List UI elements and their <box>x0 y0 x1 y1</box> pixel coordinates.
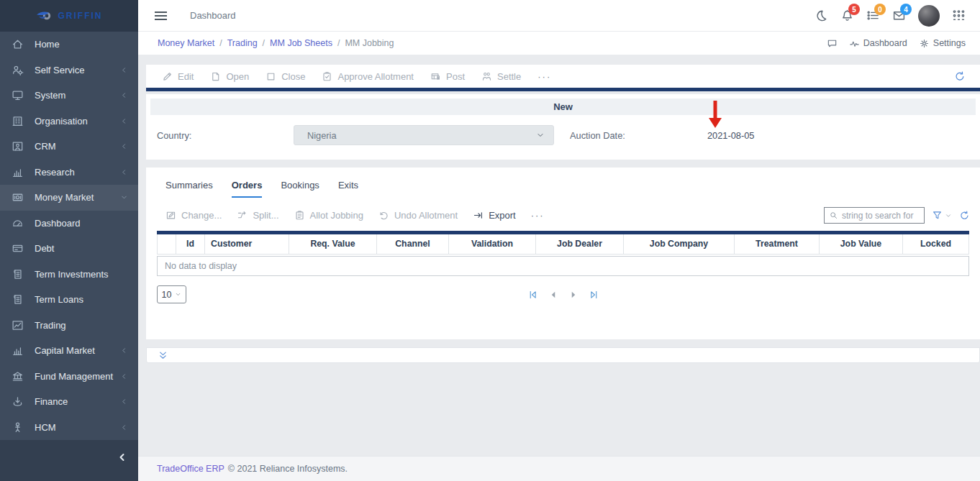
scroll-icon <box>12 268 24 280</box>
column-treatment[interactable]: Treatment <box>735 234 820 254</box>
tab-exits[interactable]: Exits <box>338 180 358 198</box>
quicklink-settings[interactable]: Settings <box>919 38 966 49</box>
post-button[interactable]: Post <box>430 71 465 82</box>
topbar: Dashboard 5 0 4 <box>138 0 980 32</box>
grid-toolbar: Change... Split... Allot Jobbing Undo Al… <box>155 198 971 231</box>
banknote-icon <box>12 191 24 203</box>
brand-logo[interactable]: GRIFFIN <box>0 0 138 32</box>
refresh-icon[interactable] <box>954 70 966 82</box>
app-grid-icon[interactable] <box>952 9 966 22</box>
grid-more-button[interactable]: ··· <box>531 210 545 221</box>
search-input[interactable] <box>842 211 920 221</box>
quicklink-dashboard[interactable]: Dashboard <box>849 38 907 49</box>
double-chevron-down-icon[interactable] <box>158 350 168 361</box>
split-button[interactable]: Split... <box>237 210 278 221</box>
sidebar-item-term-investments[interactable]: Term Investments <box>0 262 138 288</box>
change-icon <box>165 210 176 221</box>
filter-button[interactable] <box>932 210 952 221</box>
approve-allotment-button[interactable]: Approve Allotment <box>322 71 414 82</box>
country-select[interactable]: Nigeria <box>294 125 554 145</box>
breadcrumb-trading[interactable]: Trading <box>227 38 258 48</box>
column-req-value[interactable]: Req. Value <box>289 234 377 254</box>
export-button[interactable]: Export <box>473 210 516 221</box>
chevron-down-icon <box>120 193 128 201</box>
open-button[interactable]: Open <box>210 71 249 82</box>
grid-refresh-icon[interactable] <box>959 210 970 221</box>
sidebar-item-trading[interactable]: Trading <box>0 313 138 339</box>
split-icon <box>237 210 248 221</box>
cash-icon <box>12 395 24 408</box>
sidebar-item-capital-market[interactable]: Capital Market <box>0 338 138 364</box>
sidebar-item-self-service[interactable]: Self Service <box>0 58 138 83</box>
close-button[interactable]: Close <box>266 71 305 82</box>
column-validation[interactable]: Validation <box>449 234 536 254</box>
previous-page-button[interactable] <box>548 289 558 300</box>
page-title: Dashboard <box>190 10 236 21</box>
chevron-left-icon <box>120 168 128 176</box>
hamburger-menu-button[interactable] <box>155 12 167 20</box>
column-channel[interactable]: Channel <box>377 234 449 254</box>
column-job-dealer[interactable]: Job Dealer <box>536 234 624 254</box>
tab-orders[interactable]: Orders <box>232 180 263 198</box>
document-icon <box>210 71 221 82</box>
column-locked[interactable]: Locked <box>903 234 969 254</box>
breadcrumb-money-market[interactable]: Money Market <box>158 38 214 48</box>
tab-bookings[interactable]: Bookings <box>281 180 319 198</box>
dark-mode-moon-icon[interactable] <box>815 9 828 22</box>
app-window: GRIFFIN Home Self Service System Organis… <box>0 0 980 481</box>
sidebar-item-system[interactable]: System <box>0 83 138 109</box>
tab-summaries[interactable]: Summaries <box>165 180 213 198</box>
allot-jobbing-button[interactable]: Allot Jobbing <box>294 210 363 221</box>
sidebar-item-dashboard[interactable]: Dashboard <box>0 211 138 237</box>
orders-table: Id Customer Req. Value Channel Validatio… <box>157 234 969 255</box>
grid-search <box>824 207 925 224</box>
column-customer[interactable]: Customer <box>205 234 289 254</box>
chat-bubble-icon[interactable] <box>827 38 838 49</box>
page-size-select[interactable]: 10 <box>157 285 186 303</box>
sidebar-collapse-button[interactable] <box>117 452 128 463</box>
monitor-icon <box>12 89 24 101</box>
tasks-button[interactable]: 0 <box>866 9 880 22</box>
footer: TradeOffice ERP © 2021 Reliance Infosyst… <box>138 456 980 481</box>
settle-button[interactable]: Settle <box>481 71 521 82</box>
bar-chart-icon <box>12 166 24 178</box>
first-page-button[interactable] <box>527 289 538 300</box>
last-page-button[interactable] <box>588 289 599 300</box>
sidebar-item-hcm[interactable]: HCM <box>0 415 138 441</box>
breadcrumb-separator: / <box>337 38 340 48</box>
breadcrumb-separator: / <box>263 38 265 48</box>
column-job-company[interactable]: Job Company <box>624 234 735 254</box>
next-page-button[interactable] <box>568 289 579 300</box>
sidebar-item-organisation[interactable]: Organisation <box>0 109 138 134</box>
undo-icon <box>378 210 389 221</box>
sidebar-item-fund-management[interactable]: Fund Management <box>0 364 138 390</box>
edit-button[interactable]: Edit <box>162 71 194 82</box>
post-lock-icon <box>430 71 441 82</box>
change-button[interactable]: Change... <box>165 210 222 221</box>
notifications-button[interactable]: 5 <box>840 9 854 22</box>
sidebar-nav: Home Self Service System Organisation CR… <box>0 32 138 440</box>
column-job-value[interactable]: Job Value <box>820 234 903 254</box>
sidebar-item-debt[interactable]: Debt <box>0 236 138 262</box>
undo-allotment-button[interactable]: Undo Allotment <box>378 210 458 221</box>
toolbar-more-button[interactable]: ··· <box>537 71 551 82</box>
column-select[interactable] <box>158 234 176 254</box>
tradeoffice-erp-link[interactable]: TradeOffice ERP <box>157 464 224 474</box>
sidebar-item-research[interactable]: Research <box>0 160 138 185</box>
sidebar-item-finance[interactable]: Finance <box>0 389 138 415</box>
sidebar-item-crm[interactable]: CRM <box>0 134 138 160</box>
messages-button[interactable]: 4 <box>892 9 906 22</box>
sidebar-item-money-market[interactable]: Money Market <box>0 185 138 211</box>
breadcrumb-mm-job-sheets[interactable]: MM Job Sheets <box>270 38 332 48</box>
column-id[interactable]: Id <box>176 234 205 254</box>
sidebar-item-home[interactable]: Home <box>0 32 138 58</box>
gauge-icon <box>12 217 24 229</box>
person-icon <box>12 421 24 434</box>
tab-bar: Summaries Orders Bookings Exits <box>155 168 971 198</box>
people-icon <box>481 71 492 82</box>
sidebar-item-term-loans[interactable]: Term Loans <box>0 287 138 313</box>
chevron-left-icon <box>120 372 128 380</box>
user-avatar[interactable] <box>918 5 940 27</box>
task-badge: 0 <box>874 4 886 15</box>
chevron-left-icon <box>120 66 128 74</box>
